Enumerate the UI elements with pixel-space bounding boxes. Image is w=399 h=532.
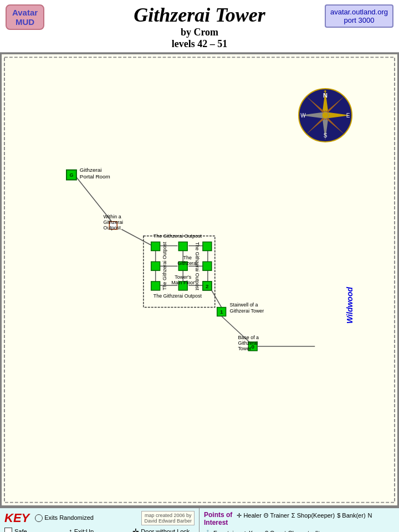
map-svg: 2 The Githzerai Outpost The Githzerai Ou… [2,54,397,505]
key-title: KEY [4,511,29,525]
poi-title: Points ofInterest [204,511,232,526]
poi-key: ◇ Key [243,530,259,532]
svg-text:Githzerai Tower: Githzerai Tower [230,309,264,314]
svg-text:Stairwell of a: Stairwell of a [230,302,258,308]
avatar-mud-badge: Avatar MUD [6,4,44,30]
svg-text:Githzerai: Githzerai [238,340,258,346]
svg-line-16 [121,229,154,247]
page-header: Avatar MUD Githzerai Tower by Crom level… [0,0,399,53]
subtitle1: by Crom [181,27,218,38]
svg-rect-30 [151,242,160,251]
svg-text:2: 2 [206,283,209,289]
wildwood-label: Wildwood [345,287,354,324]
badge-right-line1: avatar.outland.org [330,8,388,16]
poi-fountain: ⚓ Fountain [204,530,237,532]
svg-rect-32 [203,242,212,251]
svg-line-57 [212,290,222,308]
poi-healer: ✛ Healer [237,512,261,519]
svg-rect-33 [151,262,160,270]
svg-text:Main Floor: Main Floor [171,280,195,285]
poi-shop: Σ Shop(Keeper) [291,512,335,519]
svg-text:The Githzerai Outpost: The Githzerai Outpost [154,233,202,239]
poi-quest: ? Quest Character/Item [265,530,328,532]
poi-symbols: ✛ Healer Θ Trainer Σ Shop(Keeper) $ Bank… [237,512,372,519]
badge-left-line1: Avatar [12,8,38,17]
poi-section: Points ofInterest ✛ Healer Θ Trainer Σ S… [200,508,399,532]
svg-text:Githzerai: Githzerai [103,219,123,225]
key-door-no-lock: ✛ Door without Lock [132,527,195,532]
svg-text:Portal Room: Portal Room [80,173,110,180]
svg-text:The Githzerai Outpost: The Githzerai Outpost [154,293,202,299]
svg-text:Outpost: Outpost [103,225,121,231]
svg-rect-36 [151,282,160,290]
badge-left-line2: MUD [16,17,34,27]
badge-right-line2: port 3000 [344,16,374,24]
key-safe-label: Safe [14,528,27,532]
page-subtitle: by Crom levels 42 – 51 [0,27,399,50]
legend-section: KEY Exits Randomized map created 2006 by… [0,507,399,532]
exits-randomized-label: Exits Randomized [35,514,94,522]
svg-text:1: 1 [220,309,223,315]
svg-text:The: The [183,255,192,260]
svg-text:Tower's: Tower's [175,274,191,280]
poi-trainer: Θ Trainer [264,512,289,519]
subtitle2: levels 42 – 51 [172,38,228,49]
poi-n: N [368,512,372,519]
key-exit-up-label: Exit:Up [74,528,94,532]
svg-text:The Githzerai Outpost: The Githzerai Outpost [162,242,167,290]
key-safe: Safe [4,527,66,532]
poi-bank: $ Bank(er) [337,512,365,519]
key-exit-up: ↑ Exit:Up [69,527,131,532]
svg-rect-35 [203,262,212,270]
svg-text:Base of a: Base of a [238,335,259,340]
svg-text:Within a: Within a [103,214,121,219]
key-door-no-lock-label: Door without Lock [141,528,190,532]
svg-text:G: G [69,172,73,178]
svg-text:Githzerai: Githzerai [80,167,102,173]
key-section: KEY Exits Randomized map created 2006 by… [0,508,200,532]
svg-rect-31 [178,242,187,251]
svg-text:Tower: Tower [238,346,251,351]
map-container: N S W E ✦ [0,53,399,507]
svg-text:The Githzerai Outpost: The Githzerai Outpost [195,242,200,291]
svg-text:Githzerai: Githzerai [177,260,197,266]
map-credit: map created 2006 byDavid Edward Barber [141,511,195,525]
server-badge: avatar.outland.org port 3000 [325,4,393,28]
